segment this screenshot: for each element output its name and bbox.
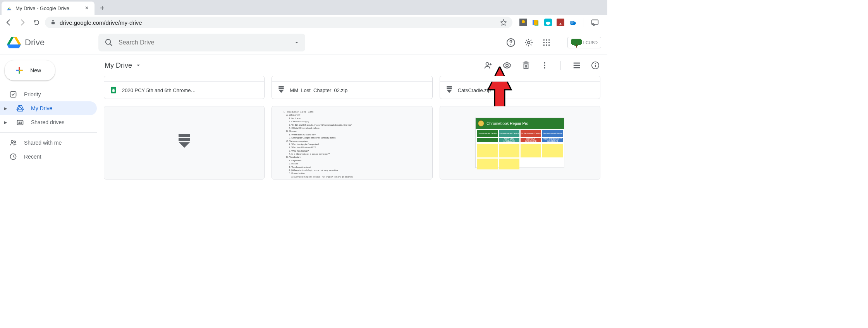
file-name: 2020 PCY 5th and 6th Chrome… bbox=[122, 87, 196, 93]
file-name: CatsCradle.zip bbox=[458, 87, 491, 93]
svg-rect-70 bbox=[279, 88, 284, 89]
apps-grid-icon[interactable] bbox=[542, 38, 551, 47]
svg-line-18 bbox=[110, 43, 112, 46]
svg-point-22 bbox=[543, 39, 545, 41]
svg-rect-69 bbox=[279, 86, 284, 87]
sidebar-item-priority[interactable]: Priority bbox=[0, 87, 97, 101]
file-preview bbox=[440, 76, 600, 82]
svg-rect-11 bbox=[592, 20, 598, 24]
extension-icon-4[interactable] bbox=[557, 19, 564, 26]
new-button[interactable]: New bbox=[5, 60, 55, 80]
svg-point-17 bbox=[106, 39, 111, 44]
svg-marker-16 bbox=[14, 37, 21, 44]
breadcrumb-caret-icon bbox=[136, 63, 141, 68]
expand-caret-icon[interactable]: ▶ bbox=[2, 120, 9, 125]
forward-button[interactable] bbox=[17, 17, 28, 28]
back-button[interactable] bbox=[3, 17, 14, 28]
slide-note bbox=[477, 159, 497, 169]
sidebar-item-shared-drives[interactable]: ▶ Shared drives bbox=[0, 115, 97, 129]
svg-point-55 bbox=[544, 65, 545, 66]
cast-icon[interactable] bbox=[590, 17, 600, 28]
svg-marker-37 bbox=[17, 106, 20, 109]
breadcrumb[interactable]: My Drive bbox=[105, 62, 141, 70]
extension-icon-5[interactable] bbox=[569, 19, 577, 26]
share-person-icon[interactable] bbox=[484, 61, 492, 70]
svg-rect-3 bbox=[52, 22, 55, 24]
extension-icon-3[interactable] bbox=[544, 19, 552, 26]
sidebar-item-my-drive[interactable]: ▶ My Drive bbox=[0, 101, 97, 115]
org-label: LCUSD bbox=[583, 40, 598, 45]
svg-rect-68 bbox=[113, 89, 114, 92]
file-card[interactable] bbox=[104, 106, 265, 179]
tab-strip: My Drive - Google Drive × + bbox=[0, 0, 607, 15]
address-bar[interactable]: drive.google.com/drive/my-drive bbox=[45, 17, 512, 28]
search-bar[interactable] bbox=[98, 34, 305, 51]
svg-marker-2 bbox=[7, 9, 11, 10]
tab-close-icon[interactable]: × bbox=[84, 5, 90, 11]
svg-point-40 bbox=[19, 121, 20, 123]
settings-gear-icon[interactable] bbox=[524, 38, 533, 47]
svg-point-27 bbox=[548, 42, 550, 43]
svg-point-41 bbox=[21, 121, 22, 123]
file-card[interactable]: MM_Lost_Chapter_02.zip bbox=[272, 76, 432, 99]
list-view-icon[interactable] bbox=[572, 61, 581, 70]
slide-note bbox=[477, 144, 497, 157]
svg-marker-74 bbox=[447, 90, 452, 93]
my-drive-icon bbox=[16, 104, 24, 112]
selection-actions bbox=[484, 61, 600, 70]
search-input[interactable] bbox=[119, 39, 289, 46]
svg-rect-39 bbox=[17, 120, 23, 125]
lock-icon bbox=[50, 20, 56, 25]
trash-icon[interactable] bbox=[522, 61, 530, 70]
search-options-caret-icon[interactable] bbox=[294, 40, 299, 45]
drive-logo[interactable]: Drive bbox=[6, 36, 95, 50]
priority-icon bbox=[9, 91, 17, 98]
url-text: drive.google.com/drive/my-drive bbox=[60, 19, 496, 26]
sidebar: New Priority ▶ My Drive ▶ bbox=[0, 55, 97, 179]
extension-icon-1[interactable] bbox=[519, 19, 527, 26]
file-card[interactable]: Chromebook Repair Pro District-owned Dev… bbox=[440, 106, 600, 179]
file-card[interactable]: I. Introduction [12:45 - 1:00] A. Who am… bbox=[272, 106, 432, 179]
svg-marker-71 bbox=[279, 90, 284, 93]
svg-point-28 bbox=[543, 44, 545, 46]
sidebar-item-recent[interactable]: Recent bbox=[0, 150, 97, 164]
browser-tab[interactable]: My Drive - Google Drive × bbox=[2, 2, 95, 15]
more-actions-icon[interactable] bbox=[540, 61, 549, 70]
bookmark-star-icon[interactable] bbox=[500, 19, 507, 26]
svg-point-30 bbox=[548, 44, 550, 46]
slide-chip: Student-owned Device bbox=[542, 130, 563, 137]
svg-rect-51 bbox=[525, 62, 527, 63]
sidebar-item-shared-with-me[interactable]: Shared with me bbox=[0, 136, 97, 150]
svg-rect-58 bbox=[574, 65, 580, 66]
expand-caret-icon[interactable]: ▶ bbox=[2, 106, 9, 111]
file-card[interactable]: 2020 PCY 5th and 6th Chrome… bbox=[104, 76, 265, 99]
file-preview bbox=[104, 106, 264, 179]
svg-point-54 bbox=[544, 62, 545, 64]
preview-eye-icon[interactable] bbox=[502, 61, 512, 70]
svg-point-62 bbox=[595, 63, 596, 65]
reload-button[interactable] bbox=[31, 17, 42, 28]
breadcrumb-label: My Drive bbox=[105, 62, 132, 70]
plus-icon bbox=[14, 65, 25, 76]
main-layout: New Priority ▶ My Drive ▶ bbox=[0, 55, 607, 179]
details-info-icon[interactable] bbox=[591, 61, 600, 70]
doc-preview-text: I. Introduction [12:45 - 1:00] A. Who am… bbox=[272, 106, 432, 179]
org-account-badge[interactable]: LCUSD bbox=[567, 37, 601, 48]
svg-point-10 bbox=[570, 21, 574, 24]
file-name: MM_Lost_Chapter_02.zip bbox=[290, 87, 347, 93]
slides-preview: Chromebook Repair Pro District-owned Dev… bbox=[475, 118, 564, 168]
svg-rect-73 bbox=[447, 88, 452, 89]
svg-rect-72 bbox=[447, 86, 452, 87]
seal-icon bbox=[478, 120, 484, 126]
new-button-label: New bbox=[30, 67, 41, 73]
slide-chip: District-owned Device bbox=[477, 130, 497, 137]
search-icon bbox=[105, 38, 113, 47]
file-card[interactable]: CatsCradle.zip bbox=[440, 76, 600, 99]
svg-point-29 bbox=[546, 44, 547, 46]
support-icon[interactable] bbox=[506, 38, 516, 47]
new-tab-button[interactable]: + bbox=[97, 3, 108, 14]
extension-icon-2[interactable] bbox=[532, 19, 540, 26]
drive-favicon bbox=[6, 5, 12, 11]
recent-clock-icon bbox=[9, 153, 17, 161]
org-tree-icon bbox=[571, 39, 582, 46]
